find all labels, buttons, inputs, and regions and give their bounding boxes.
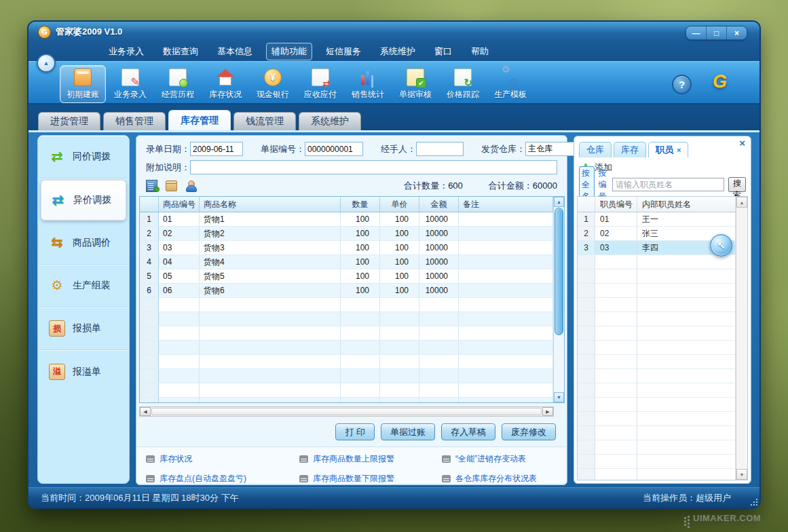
sidebar-item-label: 报溢单 xyxy=(73,366,101,378)
order-date-input[interactable] xyxy=(190,142,243,156)
report-link-label: “全能”进销存变动表 xyxy=(455,453,526,465)
resize-grip[interactable] xyxy=(753,501,755,503)
note-input[interactable] xyxy=(190,160,557,174)
report-link-label: 库存商品数量下限报警 xyxy=(313,473,394,484)
item-row-empty xyxy=(140,298,553,312)
employee-row-1[interactable]: 101王一 xyxy=(578,212,736,227)
lookup-tab-1[interactable]: 仓库 xyxy=(579,142,612,157)
module-tab-5[interactable]: 系统维护 xyxy=(299,112,361,130)
sidebar: ⇄同价调拨⇄异价调拨⇆商品调价⚙生产组装损报损单溢报溢单 xyxy=(37,135,130,484)
item-row-1[interactable]: 101货物110010010000 xyxy=(140,212,553,227)
report-icon xyxy=(442,455,451,463)
column-header: 单价 xyxy=(380,197,419,212)
discard-changes-button[interactable]: 废弃修改 xyxy=(502,423,556,440)
toolbar-item-8[interactable]: 单据审核 xyxy=(392,65,438,103)
scroll-right-icon[interactable]: ▶ xyxy=(542,407,553,416)
report-link-label: 库存盘点(自动盘盈盘亏) xyxy=(160,473,246,484)
menu-item-1[interactable]: 业务录入 xyxy=(103,43,149,60)
building-icon[interactable] xyxy=(146,180,157,192)
report-link-6[interactable]: 各仓库库存分布状况表 xyxy=(442,473,565,484)
menu-item-4[interactable]: 辅助功能 xyxy=(266,43,312,60)
sidebar-item-label: 商品调价 xyxy=(73,237,111,249)
close-button[interactable]: × xyxy=(727,26,747,39)
report-icon xyxy=(299,455,308,463)
save-draft-button[interactable]: 存入草稿 xyxy=(441,423,495,440)
menu-item-6[interactable]: 系统维护 xyxy=(375,43,421,60)
report-icon xyxy=(442,475,451,482)
bill-number-input[interactable] xyxy=(305,142,363,156)
scroll-down-icon[interactable]: ▼ xyxy=(736,469,747,480)
menu-item-8[interactable]: 帮助 xyxy=(466,43,494,60)
toolbar-item-2[interactable]: 业务录入 xyxy=(107,65,153,103)
sidebar-item-3[interactable]: ⇆商品调价 xyxy=(38,222,129,265)
tab-close-icon[interactable]: × xyxy=(677,146,681,154)
employee-row-empty xyxy=(578,269,736,284)
toolbar-item-10[interactable]: 生产模板 xyxy=(487,65,533,103)
items-table-vscrollbar[interactable]: ▲ ▼ xyxy=(553,197,564,402)
item-row-empty xyxy=(140,355,553,369)
module-tab-1[interactable]: 进货管理 xyxy=(38,112,100,130)
collapse-toolbar-button[interactable]: ▲ xyxy=(37,54,56,73)
handler-input[interactable] xyxy=(416,142,464,156)
module-tab-2[interactable]: 销售管理 xyxy=(103,112,166,130)
item-row-5[interactable]: 505货物510010010000 xyxy=(140,269,553,284)
transfer-form-panel: 录单日期：单据编号：经手人：发货仓库： 附加说明： 合计数量：600 合计金额：… xyxy=(136,135,567,485)
item-row-empty xyxy=(140,369,553,383)
print-button[interactable]: 打 印 xyxy=(335,423,375,440)
employee-row-empty xyxy=(578,398,736,412)
toolbar-item-1[interactable]: 初期建账 xyxy=(60,65,106,103)
lookup-tab-2[interactable]: 库存 xyxy=(614,142,646,157)
item-row-2[interactable]: 202货物210010010000 xyxy=(140,227,553,241)
report-link-5[interactable]: 库存商品数量下限报警 xyxy=(299,473,442,484)
toolbar-item-7[interactable]: 销售统计 xyxy=(345,65,391,103)
search-button[interactable]: 搜索 xyxy=(728,177,746,192)
sidebar-item-label: 同价调拨 xyxy=(73,151,111,163)
menu-item-2[interactable]: 数据查询 xyxy=(157,43,204,60)
minimize-button[interactable]: — xyxy=(686,26,707,39)
title-bar[interactable]: G 管家婆2009 V1.0 — □ × xyxy=(29,22,759,42)
scroll-down-icon[interactable]: ▼ xyxy=(554,392,564,402)
toolbar-item-6[interactable]: 应收应付 xyxy=(297,65,343,103)
module-tab-3[interactable]: 库存管理 xyxy=(168,110,231,130)
scroll-up-icon[interactable]: ▲ xyxy=(554,197,564,207)
scroll-left-icon[interactable]: ◀ xyxy=(140,407,151,416)
report-link-2[interactable]: 库存商品数量上限报警 xyxy=(299,453,442,465)
maximize-button[interactable]: □ xyxy=(707,26,727,39)
report-link-3[interactable]: “全能”进销存变动表 xyxy=(442,453,565,465)
toolbar-item-label: 业务录入 xyxy=(109,89,151,100)
toolbar-item-9[interactable]: 价格跟踪 xyxy=(440,65,486,103)
report-icon xyxy=(299,475,308,482)
employee-row-empty xyxy=(578,284,736,298)
item-row-3[interactable]: 303货物310010010000 xyxy=(140,241,553,255)
help-icon[interactable]: ? xyxy=(672,75,692,94)
employee-row-empty xyxy=(578,369,736,383)
sidebar-item-4[interactable]: ⚙生产组装 xyxy=(38,265,129,307)
sidebar-item-1[interactable]: ⇄同价调拨 xyxy=(38,136,129,178)
menu-item-5[interactable]: 短信服务 xyxy=(320,43,367,60)
menu-item-7[interactable]: 窗口 xyxy=(429,43,457,60)
toolbar-item-3[interactable]: 经营历程 xyxy=(155,65,201,103)
lookup-panel: × 仓库库存职员× 添加 按全名 按编号 搜索 职员编号内部职员姓名101王一2… xyxy=(574,136,751,484)
module-tab-4[interactable]: 钱流管理 xyxy=(233,112,296,130)
employee-table-scrollbar[interactable]: ▲ ▼ xyxy=(736,197,747,480)
sidebar-item-2[interactable]: ⇄异价调拨 xyxy=(41,180,126,221)
panel-close-icon[interactable]: × xyxy=(739,138,745,148)
report-link-4[interactable]: 库存盘点(自动盘盈盘亏) xyxy=(146,473,299,484)
toolbar-item-4[interactable]: 库存状况 xyxy=(202,65,248,103)
vscroll-thumb[interactable] xyxy=(555,208,563,335)
item-row-4[interactable]: 404货物410010010000 xyxy=(140,255,553,269)
menu-item-3[interactable]: 基本信息 xyxy=(212,43,258,60)
hscroll-thumb[interactable] xyxy=(151,408,542,415)
scroll-up-icon[interactable]: ▲ xyxy=(736,197,747,208)
sidebar-item-5[interactable]: 损报损单 xyxy=(38,307,129,350)
item-row-6[interactable]: 606货物610010010000 xyxy=(140,284,553,298)
items-table-hscrollbar[interactable]: ◀ ▶ xyxy=(139,406,554,417)
lookup-tab-3[interactable]: 职员× xyxy=(648,142,688,157)
employee-search-input[interactable] xyxy=(612,178,724,191)
sidebar-item-6[interactable]: 溢报溢单 xyxy=(38,350,129,393)
report-link-1[interactable]: 库存状况 xyxy=(146,453,299,465)
box-icon[interactable] xyxy=(166,180,177,191)
post-bill-button[interactable]: 单据过账 xyxy=(381,423,435,440)
person-icon[interactable] xyxy=(185,180,196,192)
toolbar-item-5[interactable]: 现金银行 xyxy=(250,65,296,103)
